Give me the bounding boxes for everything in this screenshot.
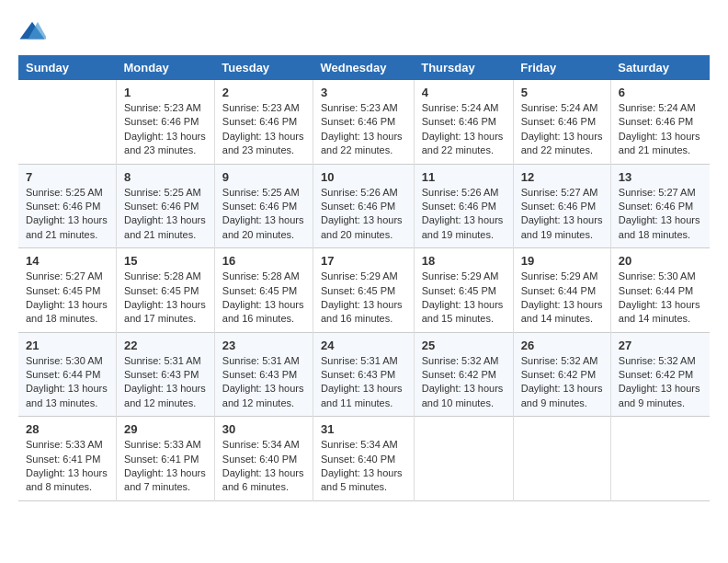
calendar-cell: 22Sunrise: 5:31 AM Sunset: 6:43 PM Dayli… — [117, 332, 215, 417]
day-info: Sunrise: 5:31 AM Sunset: 6:43 PM Dayligh… — [222, 354, 305, 411]
day-number: 19 — [521, 254, 603, 268]
column-header-tuesday: Tuesday — [214, 55, 313, 80]
day-info: Sunrise: 5:32 AM Sunset: 6:42 PM Dayligh… — [619, 354, 702, 411]
calendar-week-1: 1Sunrise: 5:23 AM Sunset: 6:46 PM Daylig… — [18, 80, 710, 164]
calendar-cell — [414, 417, 513, 501]
day-info: Sunrise: 5:29 AM Sunset: 6:45 PM Dayligh… — [321, 270, 406, 327]
day-info: Sunrise: 5:30 AM Sunset: 6:44 PM Dayligh… — [619, 270, 702, 327]
calendar-cell: 17Sunrise: 5:29 AM Sunset: 6:45 PM Dayli… — [313, 248, 414, 333]
calendar-cell — [513, 417, 610, 501]
column-header-friday: Friday — [513, 55, 610, 80]
calendar-cell: 11Sunrise: 5:26 AM Sunset: 6:46 PM Dayli… — [414, 164, 513, 248]
calendar-cell: 19Sunrise: 5:29 AM Sunset: 6:44 PM Dayli… — [513, 248, 610, 333]
column-header-saturday: Saturday — [610, 55, 710, 80]
calendar-cell: 14Sunrise: 5:27 AM Sunset: 6:45 PM Dayli… — [18, 248, 117, 333]
day-info: Sunrise: 5:23 AM Sunset: 6:46 PM Dayligh… — [222, 101, 305, 158]
day-number: 30 — [222, 422, 305, 436]
day-info: Sunrise: 5:25 AM Sunset: 6:46 PM Dayligh… — [26, 186, 108, 243]
calendar-cell: 5Sunrise: 5:24 AM Sunset: 6:46 PM Daylig… — [513, 80, 610, 164]
calendar-cell: 21Sunrise: 5:30 AM Sunset: 6:44 PM Dayli… — [18, 332, 117, 417]
calendar-cell: 15Sunrise: 5:28 AM Sunset: 6:45 PM Dayli… — [117, 248, 215, 333]
calendar-cell: 29Sunrise: 5:33 AM Sunset: 6:41 PM Dayli… — [117, 417, 215, 501]
calendar-cell: 6Sunrise: 5:24 AM Sunset: 6:46 PM Daylig… — [610, 80, 710, 164]
day-info: Sunrise: 5:30 AM Sunset: 6:44 PM Dayligh… — [26, 354, 108, 411]
calendar-cell: 25Sunrise: 5:32 AM Sunset: 6:42 PM Dayli… — [414, 332, 513, 417]
day-info: Sunrise: 5:29 AM Sunset: 6:45 PM Dayligh… — [422, 270, 506, 327]
day-number: 11 — [422, 170, 506, 184]
logo-icon — [18, 18, 46, 46]
calendar-cell — [610, 417, 710, 501]
day-number: 23 — [222, 339, 305, 352]
page-header — [18, 18, 710, 46]
day-number: 17 — [321, 254, 406, 268]
calendar-cell: 16Sunrise: 5:28 AM Sunset: 6:45 PM Dayli… — [214, 248, 313, 333]
day-info: Sunrise: 5:28 AM Sunset: 6:45 PM Dayligh… — [222, 270, 305, 327]
logo — [18, 18, 51, 46]
day-number: 8 — [124, 170, 207, 184]
day-info: Sunrise: 5:32 AM Sunset: 6:42 PM Dayligh… — [422, 354, 506, 411]
day-number: 29 — [124, 422, 207, 436]
calendar-cell: 4Sunrise: 5:24 AM Sunset: 6:46 PM Daylig… — [414, 80, 513, 164]
day-info: Sunrise: 5:24 AM Sunset: 6:46 PM Dayligh… — [619, 101, 702, 158]
day-number: 10 — [321, 170, 406, 184]
day-number: 21 — [26, 339, 108, 352]
day-number: 3 — [321, 86, 406, 99]
calendar-cell: 10Sunrise: 5:26 AM Sunset: 6:46 PM Dayli… — [313, 164, 414, 248]
calendar-table: SundayMondayTuesdayWednesdayThursdayFrid… — [18, 55, 710, 501]
day-info: Sunrise: 5:28 AM Sunset: 6:45 PM Dayligh… — [124, 270, 207, 327]
day-number: 13 — [619, 170, 702, 184]
day-number: 5 — [521, 86, 603, 99]
calendar-cell: 2Sunrise: 5:23 AM Sunset: 6:46 PM Daylig… — [214, 80, 313, 164]
calendar-cell: 20Sunrise: 5:30 AM Sunset: 6:44 PM Dayli… — [610, 248, 710, 333]
day-info: Sunrise: 5:27 AM Sunset: 6:46 PM Dayligh… — [619, 186, 702, 243]
day-number: 16 — [222, 254, 305, 268]
calendar-cell: 28Sunrise: 5:33 AM Sunset: 6:41 PM Dayli… — [18, 417, 117, 501]
day-info: Sunrise: 5:31 AM Sunset: 6:43 PM Dayligh… — [124, 354, 207, 411]
column-header-monday: Monday — [117, 55, 215, 80]
day-info: Sunrise: 5:27 AM Sunset: 6:46 PM Dayligh… — [521, 186, 603, 243]
day-number: 22 — [124, 339, 207, 352]
calendar-cell: 9Sunrise: 5:25 AM Sunset: 6:46 PM Daylig… — [214, 164, 313, 248]
day-info: Sunrise: 5:26 AM Sunset: 6:46 PM Dayligh… — [422, 186, 506, 243]
calendar-week-2: 7Sunrise: 5:25 AM Sunset: 6:46 PM Daylig… — [18, 164, 710, 248]
calendar-cell: 27Sunrise: 5:32 AM Sunset: 6:42 PM Dayli… — [610, 332, 710, 417]
day-info: Sunrise: 5:34 AM Sunset: 6:40 PM Dayligh… — [321, 438, 406, 495]
calendar-week-3: 14Sunrise: 5:27 AM Sunset: 6:45 PM Dayli… — [18, 248, 710, 333]
day-info: Sunrise: 5:27 AM Sunset: 6:45 PM Dayligh… — [26, 270, 108, 327]
calendar-cell: 8Sunrise: 5:25 AM Sunset: 6:46 PM Daylig… — [117, 164, 215, 248]
day-info: Sunrise: 5:25 AM Sunset: 6:46 PM Dayligh… — [222, 186, 305, 243]
day-info: Sunrise: 5:26 AM Sunset: 6:46 PM Dayligh… — [321, 186, 406, 243]
day-number: 20 — [619, 254, 702, 268]
day-info: Sunrise: 5:25 AM Sunset: 6:46 PM Dayligh… — [124, 186, 207, 243]
column-header-wednesday: Wednesday — [313, 55, 414, 80]
day-info: Sunrise: 5:24 AM Sunset: 6:46 PM Dayligh… — [422, 101, 506, 158]
day-number: 7 — [26, 170, 108, 184]
header-row: SundayMondayTuesdayWednesdayThursdayFrid… — [18, 55, 710, 80]
day-info: Sunrise: 5:34 AM Sunset: 6:40 PM Dayligh… — [222, 438, 305, 495]
day-number: 31 — [321, 422, 406, 436]
day-number: 18 — [422, 254, 506, 268]
day-info: Sunrise: 5:31 AM Sunset: 6:43 PM Dayligh… — [321, 354, 406, 411]
calendar-cell: 30Sunrise: 5:34 AM Sunset: 6:40 PM Dayli… — [214, 417, 313, 501]
calendar-cell: 23Sunrise: 5:31 AM Sunset: 6:43 PM Dayli… — [214, 332, 313, 417]
day-number: 4 — [422, 86, 506, 99]
day-number: 1 — [124, 86, 207, 99]
day-number: 6 — [619, 86, 702, 99]
day-number: 15 — [124, 254, 207, 268]
calendar-cell: 1Sunrise: 5:23 AM Sunset: 6:46 PM Daylig… — [117, 80, 215, 164]
day-number: 2 — [222, 86, 305, 99]
calendar-cell: 12Sunrise: 5:27 AM Sunset: 6:46 PM Dayli… — [513, 164, 610, 248]
calendar-cell: 7Sunrise: 5:25 AM Sunset: 6:46 PM Daylig… — [18, 164, 117, 248]
day-info: Sunrise: 5:32 AM Sunset: 6:42 PM Dayligh… — [521, 354, 603, 411]
calendar-cell: 24Sunrise: 5:31 AM Sunset: 6:43 PM Dayli… — [313, 332, 414, 417]
day-info: Sunrise: 5:33 AM Sunset: 6:41 PM Dayligh… — [26, 438, 108, 495]
calendar-cell: 3Sunrise: 5:23 AM Sunset: 6:46 PM Daylig… — [313, 80, 414, 164]
day-number: 12 — [521, 170, 603, 184]
calendar-cell: 26Sunrise: 5:32 AM Sunset: 6:42 PM Dayli… — [513, 332, 610, 417]
day-info: Sunrise: 5:23 AM Sunset: 6:46 PM Dayligh… — [321, 101, 406, 158]
day-info: Sunrise: 5:24 AM Sunset: 6:46 PM Dayligh… — [521, 101, 603, 158]
day-number: 25 — [422, 339, 506, 352]
day-number: 24 — [321, 339, 406, 352]
day-info: Sunrise: 5:23 AM Sunset: 6:46 PM Dayligh… — [124, 101, 207, 158]
day-number: 26 — [521, 339, 603, 352]
